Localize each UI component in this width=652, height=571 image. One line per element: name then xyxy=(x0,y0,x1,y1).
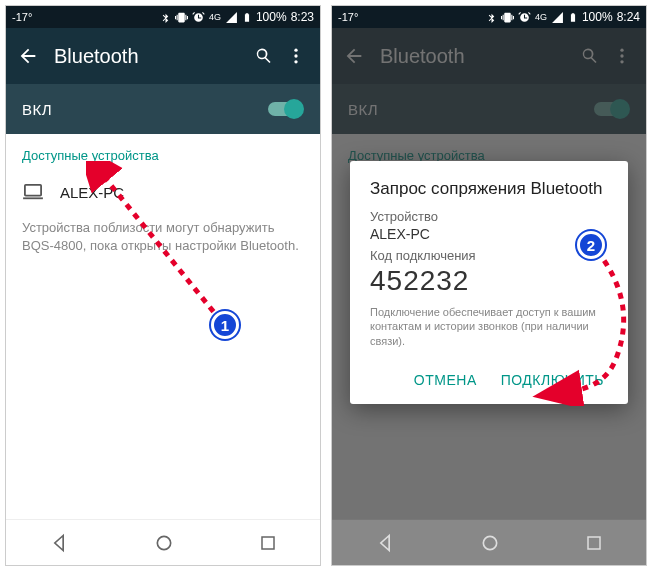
vibrate-icon xyxy=(175,11,188,24)
svg-point-0 xyxy=(294,49,297,52)
content-area: Доступные устройства ALEX-PC Устройства … xyxy=(6,134,320,269)
app-header: Bluetooth xyxy=(6,28,320,84)
bluetooth-icon xyxy=(160,11,171,24)
svg-point-1 xyxy=(294,54,297,57)
search-icon[interactable] xyxy=(248,46,280,66)
laptop-icon xyxy=(22,183,44,201)
toggle-label: ВКЛ xyxy=(22,101,52,118)
svg-rect-10 xyxy=(588,537,600,549)
connect-button[interactable]: ПОДКЛЮЧИТЬ xyxy=(497,366,608,394)
vibrate-icon xyxy=(501,11,514,24)
alarm-icon xyxy=(192,11,205,24)
dialog-device-label: Устройство xyxy=(370,209,608,224)
dialog-actions: ОТМЕНА ПОДКЛЮЧИТЬ xyxy=(370,366,608,394)
navigation-bar xyxy=(332,519,646,565)
nav-recent-icon[interactable] xyxy=(259,534,277,552)
battery-percent: 100% xyxy=(582,10,613,24)
svg-rect-5 xyxy=(262,537,274,549)
cancel-button[interactable]: ОТМЕНА xyxy=(410,366,481,394)
discovery-hint: Устройства поблизости могут обнаружить B… xyxy=(22,219,304,255)
page-title: Bluetooth xyxy=(42,45,248,68)
pairing-dialog: Запрос сопряжения Bluetooth Устройство A… xyxy=(350,161,628,404)
dialog-code: 452232 xyxy=(370,265,608,297)
nav-back-icon[interactable] xyxy=(375,533,395,553)
nav-home-icon[interactable] xyxy=(154,533,174,553)
dialog-device-name: ALEX-PC xyxy=(370,226,608,242)
svg-point-2 xyxy=(294,60,297,63)
right-screenshot: -17° 4G 100% 8:24 Bluetooth xyxy=(331,5,647,566)
left-screenshot: -17° 4G 100% 8:23 Bluetooth xyxy=(5,5,321,566)
dialog-title: Запрос сопряжения Bluetooth xyxy=(370,179,608,199)
toggle-switch[interactable] xyxy=(266,100,304,118)
battery-percent: 100% xyxy=(256,10,287,24)
svg-point-9 xyxy=(483,536,496,549)
signal-icon xyxy=(225,11,238,24)
nav-back-icon[interactable] xyxy=(49,533,69,553)
signal-icon xyxy=(551,11,564,24)
svg-point-4 xyxy=(157,536,170,549)
overflow-menu-icon[interactable] xyxy=(280,46,312,66)
nav-recent-icon[interactable] xyxy=(585,534,603,552)
battery-icon xyxy=(568,11,578,24)
temperature: -17° xyxy=(12,11,32,23)
network-type: 4G xyxy=(209,12,221,22)
bluetooth-toggle-row[interactable]: ВКЛ xyxy=(6,84,320,134)
status-bar: -17° 4G 100% 8:23 xyxy=(6,6,320,28)
bluetooth-icon xyxy=(486,11,497,24)
network-type: 4G xyxy=(535,12,547,22)
status-icons: 4G 100% 8:23 xyxy=(160,10,314,24)
annotation-badge-1: 1 xyxy=(211,311,239,339)
svg-rect-3 xyxy=(25,185,41,196)
battery-icon xyxy=(242,11,252,24)
section-header: Доступные устройства xyxy=(22,148,304,163)
clock-time: 8:23 xyxy=(291,10,314,24)
back-icon[interactable] xyxy=(14,45,42,67)
dialog-note: Подключение обеспечивает доступ к вашим … xyxy=(370,305,608,348)
status-bar: -17° 4G 100% 8:24 xyxy=(332,6,646,28)
annotation-badge-2: 2 xyxy=(577,231,605,259)
alarm-icon xyxy=(518,11,531,24)
navigation-bar xyxy=(6,519,320,565)
dialog-code-label: Код подключения xyxy=(370,248,608,263)
status-icons: 4G 100% 8:24 xyxy=(486,10,640,24)
device-name: ALEX-PC xyxy=(60,184,124,201)
nav-home-icon[interactable] xyxy=(480,533,500,553)
temperature: -17° xyxy=(338,11,358,23)
clock-time: 8:24 xyxy=(617,10,640,24)
available-device[interactable]: ALEX-PC xyxy=(22,173,304,211)
